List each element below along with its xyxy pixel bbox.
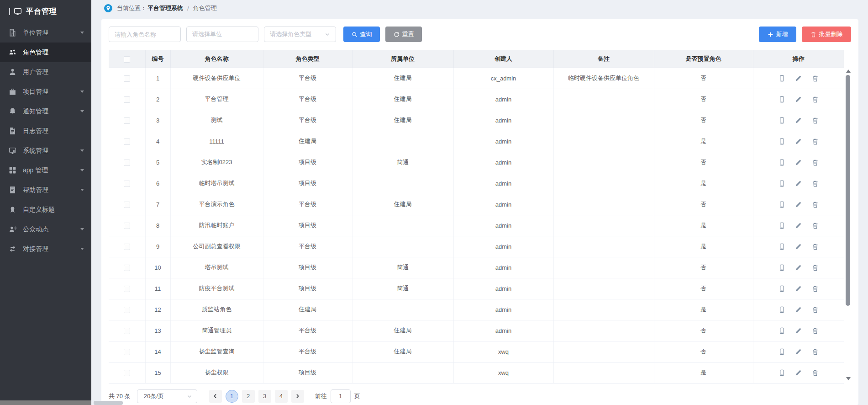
sidebar-item-8[interactable]: app 管理 bbox=[0, 160, 91, 180]
row-checkbox[interactable] bbox=[124, 370, 130, 376]
delete-icon[interactable] bbox=[812, 75, 819, 82]
view-icon[interactable] bbox=[779, 243, 785, 250]
row-checkbox[interactable] bbox=[124, 223, 130, 229]
delete-icon[interactable] bbox=[812, 243, 819, 250]
scroll-down-arrow-icon[interactable] bbox=[846, 377, 851, 380]
view-icon[interactable] bbox=[779, 285, 785, 292]
next-page-button[interactable] bbox=[291, 390, 304, 403]
reset-button[interactable]: 重置 bbox=[385, 27, 422, 42]
sidebar-item-1[interactable]: 单位管理 bbox=[0, 23, 91, 43]
sidebar-item-6[interactable]: 日志管理 bbox=[0, 121, 91, 141]
delete-icon[interactable] bbox=[812, 222, 819, 229]
page-button-3[interactable]: 3 bbox=[258, 390, 271, 403]
edit-icon[interactable] bbox=[795, 159, 802, 166]
edit-icon[interactable] bbox=[795, 369, 802, 376]
vertical-scrollbar-thumb[interactable] bbox=[846, 75, 850, 306]
delete-icon[interactable] bbox=[812, 180, 819, 187]
sidebar-item-12[interactable]: 对接管理 bbox=[0, 239, 91, 259]
batch-delete-button[interactable]: 批量删除 bbox=[802, 27, 851, 42]
delete-icon[interactable] bbox=[812, 117, 819, 124]
cell-actions bbox=[753, 110, 844, 131]
page-button-1[interactable]: 1 bbox=[226, 390, 238, 403]
delete-icon[interactable] bbox=[812, 285, 819, 292]
edit-icon[interactable] bbox=[795, 201, 802, 208]
edit-icon[interactable] bbox=[795, 117, 802, 124]
row-checkbox[interactable] bbox=[124, 139, 130, 145]
edit-icon[interactable] bbox=[795, 138, 802, 145]
sidebar-item-9[interactable]: 帮助管理 bbox=[0, 180, 91, 200]
edit-icon[interactable] bbox=[795, 264, 802, 271]
role-name-input-wrap bbox=[109, 27, 181, 42]
edit-icon[interactable] bbox=[795, 243, 802, 250]
row-checkbox[interactable] bbox=[124, 328, 130, 334]
edit-icon[interactable] bbox=[795, 348, 802, 355]
unit-select[interactable]: 请选择单位 bbox=[186, 27, 258, 42]
breadcrumb-root[interactable]: 平台管理系统 bbox=[147, 4, 183, 12]
view-icon[interactable] bbox=[779, 306, 785, 313]
row-checkbox[interactable] bbox=[124, 117, 130, 124]
row-checkbox[interactable] bbox=[124, 96, 130, 103]
page-size-select[interactable]: 20条/页 bbox=[137, 389, 197, 403]
page-button-4[interactable]: 4 bbox=[275, 390, 288, 403]
search-button[interactable]: 查询 bbox=[343, 27, 380, 42]
role-type-select[interactable]: 请选择角色类型 bbox=[264, 27, 336, 42]
delete-icon[interactable] bbox=[812, 306, 819, 313]
delete-icon[interactable] bbox=[812, 264, 819, 271]
goto-page-group: 前往 页 bbox=[315, 389, 360, 403]
row-checkbox[interactable] bbox=[124, 307, 130, 313]
sidebar-item-2[interactable]: 角色管理 bbox=[0, 43, 91, 62]
row-checkbox[interactable] bbox=[124, 202, 130, 208]
sidebar-item-10[interactable]: 自定义标题 bbox=[0, 200, 91, 219]
view-icon[interactable] bbox=[779, 222, 785, 229]
edit-icon[interactable] bbox=[795, 306, 802, 313]
row-checkbox[interactable] bbox=[124, 160, 130, 166]
edit-icon[interactable] bbox=[795, 222, 802, 229]
role-name-input[interactable] bbox=[115, 31, 175, 38]
edit-icon[interactable] bbox=[795, 180, 802, 187]
view-icon[interactable] bbox=[779, 96, 785, 103]
page-button-2[interactable]: 2 bbox=[242, 390, 255, 403]
goto-page-input[interactable] bbox=[331, 389, 351, 403]
sidebar-item-3[interactable]: 用户管理 bbox=[0, 62, 91, 82]
add-button[interactable]: 新增 bbox=[759, 27, 796, 42]
view-icon[interactable] bbox=[779, 264, 785, 271]
sidebar-item-7[interactable]: 系统管理 bbox=[0, 141, 91, 160]
sidebar-item-11[interactable]: 公众动态 bbox=[0, 219, 91, 239]
sidebar-item-4[interactable]: 项目管理 bbox=[0, 82, 91, 101]
view-icon[interactable] bbox=[779, 369, 785, 376]
edit-icon[interactable] bbox=[795, 75, 802, 82]
row-checkbox-cell bbox=[109, 173, 145, 194]
row-checkbox[interactable] bbox=[124, 265, 130, 271]
row-checkbox[interactable] bbox=[124, 181, 130, 187]
edit-icon[interactable] bbox=[795, 96, 802, 103]
view-icon[interactable] bbox=[779, 117, 785, 124]
row-checkbox[interactable] bbox=[124, 286, 130, 292]
delete-icon[interactable] bbox=[812, 369, 819, 376]
row-checkbox[interactable] bbox=[124, 244, 130, 250]
prev-page-button[interactable] bbox=[209, 390, 222, 403]
scroll-up-arrow-icon[interactable] bbox=[846, 69, 851, 73]
cell-role-type: 平台级 bbox=[263, 236, 352, 257]
view-icon[interactable] bbox=[779, 201, 785, 208]
row-checkbox[interactable] bbox=[124, 349, 130, 355]
view-icon[interactable] bbox=[779, 348, 785, 355]
delete-icon[interactable] bbox=[812, 201, 819, 208]
select-all-checkbox[interactable] bbox=[124, 56, 130, 63]
view-icon[interactable] bbox=[779, 138, 785, 145]
horizontal-scrollbar-piece[interactable] bbox=[94, 401, 123, 405]
delete-icon[interactable] bbox=[812, 159, 819, 166]
table-row: 12 质监站角色 住建局 admin 是 bbox=[109, 299, 844, 320]
row-checkbox[interactable] bbox=[124, 75, 130, 82]
view-icon[interactable] bbox=[779, 327, 785, 334]
view-icon[interactable] bbox=[779, 180, 785, 187]
horizontal-scrollbar-thumb[interactable] bbox=[0, 400, 91, 405]
delete-icon[interactable] bbox=[812, 348, 819, 355]
edit-icon[interactable] bbox=[795, 285, 802, 292]
delete-icon[interactable] bbox=[812, 138, 819, 145]
view-icon[interactable] bbox=[779, 159, 785, 166]
delete-icon[interactable] bbox=[812, 96, 819, 103]
edit-icon[interactable] bbox=[795, 327, 802, 334]
delete-icon[interactable] bbox=[812, 327, 819, 334]
view-icon[interactable] bbox=[779, 75, 785, 82]
sidebar-item-5[interactable]: 通知管理 bbox=[0, 101, 91, 121]
